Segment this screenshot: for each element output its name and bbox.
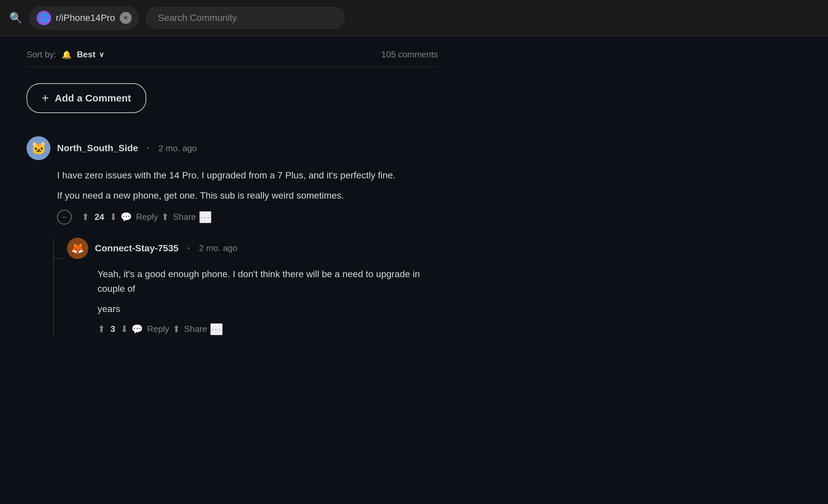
reply-text-2: years [97, 302, 438, 317]
reply-share-icon: ⬆ [172, 324, 180, 334]
reply-reply-icon: 💬 [131, 324, 143, 334]
reply-share-label: Share [184, 324, 207, 334]
search-icon[interactable]: 🔍 [9, 12, 23, 24]
reply-time: 2 mo. ago [199, 243, 238, 253]
reply-icon: 💬 [120, 212, 132, 223]
comment-body: I have zero issues with the 14 Pro. I up… [57, 168, 438, 225]
comment-header: 🐱 North_South_Side • 2 mo. ago [27, 136, 438, 160]
plus-icon: + [42, 91, 49, 105]
reply-downvote-button[interactable]: ⬇ [120, 324, 128, 334]
reply-more-button[interactable]: ··· [210, 323, 222, 335]
share-icon: ⬆ [161, 212, 169, 223]
vote-section: ⬆ 24 ⬇ [82, 212, 117, 223]
upvote-button[interactable]: ⬆ [82, 212, 89, 223]
subreddit-name: r/iPhone14Pro [56, 13, 115, 23]
sort-label: Sort by: [27, 49, 56, 60]
reply-label: Reply [136, 212, 158, 222]
reply-reply-button[interactable]: 💬 Reply [131, 324, 169, 334]
reply-avatar: 🦊 [67, 238, 88, 259]
downvote-button[interactable]: ⬇ [110, 212, 117, 223]
subreddit-tab[interactable]: 🌐 r/iPhone14Pro × [29, 6, 139, 30]
share-label: Share [173, 212, 196, 222]
subreddit-avatar: 🌐 [37, 11, 51, 25]
reply-section: 🦊 Connect-Stay-7535 • 2 mo. ago Yeah, it… [53, 238, 438, 335]
reply-reply-label: Reply [147, 324, 169, 334]
comment-count: 105 comments [381, 49, 438, 60]
reply-body: Yeah, it's a good enough phone. I don't … [97, 267, 438, 335]
reply-vote-count: 3 [111, 324, 115, 334]
collapse-button[interactable]: − [57, 210, 72, 225]
reply-actions: ⬆ 3 ⬇ 💬 Reply ⬆ Share [97, 323, 438, 335]
chevron-down-icon: ∨ [99, 50, 104, 59]
reply-username[interactable]: Connect-Stay-7535 [95, 243, 178, 254]
reply-upvote-button[interactable]: ⬆ [97, 324, 105, 334]
reply-vote-section: ⬆ 3 ⬇ [97, 324, 128, 334]
comment-time: 2 mo. ago [159, 143, 197, 153]
search-community-input[interactable]: Search Community [146, 7, 345, 29]
reply-text-1: Yeah, it's a good enough phone. I don't … [97, 267, 438, 297]
share-button[interactable]: ⬆ Share [161, 212, 196, 223]
comment-text-1: I have zero issues with the 14 Pro. I up… [57, 168, 438, 183]
reply-button[interactable]: 💬 Reply [120, 212, 158, 223]
avatar: 🐱 [27, 136, 50, 160]
comment-text-2: If you need a new phone, get one. This s… [57, 188, 438, 203]
sort-left: Sort by: 🔔 Best ∨ [27, 49, 104, 60]
comment-actions: − ⬆ 24 ⬇ 💬 Reply ⬆ Share ··· [57, 210, 438, 225]
vote-count: 24 [94, 212, 104, 222]
sort-dropdown[interactable]: Best ∨ [77, 49, 104, 60]
reply-share-button[interactable]: ⬆ Share [172, 324, 207, 334]
tab-close-button[interactable]: × [120, 12, 132, 24]
add-comment-label: Add a Comment [55, 93, 131, 104]
top-bar: 🔍 🌐 r/iPhone14Pro × Search Community [0, 0, 828, 36]
comment-thread: 🐱 North_South_Side • 2 mo. ago I have ze… [27, 136, 438, 335]
sort-bar: Sort by: 🔔 Best ∨ 105 comments [27, 49, 438, 66]
more-button[interactable]: ··· [199, 211, 211, 223]
comment-username[interactable]: North_South_Side [57, 143, 138, 153]
main-content: Sort by: 🔔 Best ∨ 105 comments + Add a C… [0, 36, 464, 365]
add-comment-button[interactable]: + Add a Comment [27, 83, 146, 113]
sort-icon: 🔔 [62, 50, 72, 59]
reply-header: 🦊 Connect-Stay-7535 • 2 mo. ago [67, 238, 438, 259]
